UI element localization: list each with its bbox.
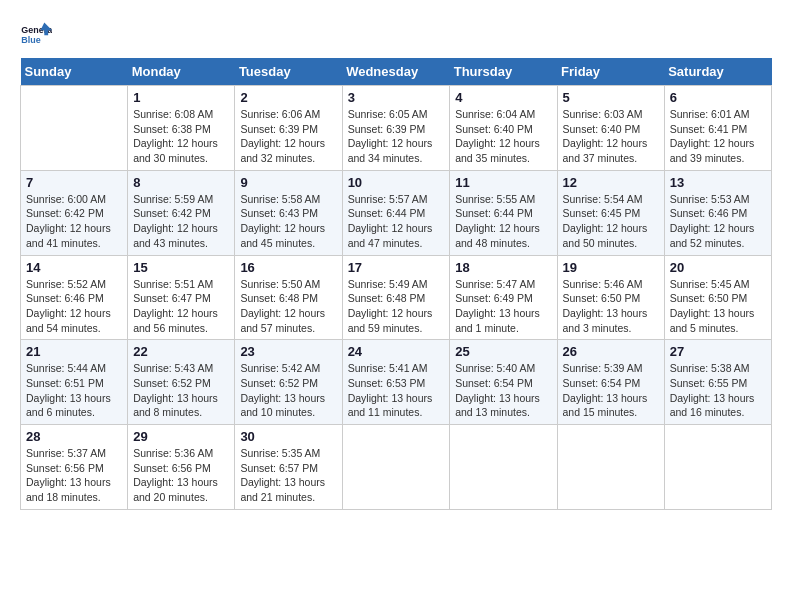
day-info: Sunrise: 5:37 AM Sunset: 6:56 PM Dayligh… — [26, 446, 122, 505]
day-number: 22 — [133, 344, 229, 359]
calendar-cell: 10Sunrise: 5:57 AM Sunset: 6:44 PM Dayli… — [342, 170, 450, 255]
day-info: Sunrise: 5:58 AM Sunset: 6:43 PM Dayligh… — [240, 192, 336, 251]
day-info: Sunrise: 5:54 AM Sunset: 6:45 PM Dayligh… — [563, 192, 659, 251]
day-number: 25 — [455, 344, 551, 359]
calendar-cell: 5Sunrise: 6:03 AM Sunset: 6:40 PM Daylig… — [557, 86, 664, 171]
day-number: 15 — [133, 260, 229, 275]
day-info: Sunrise: 5:50 AM Sunset: 6:48 PM Dayligh… — [240, 277, 336, 336]
calendar-cell: 28Sunrise: 5:37 AM Sunset: 6:56 PM Dayli… — [21, 425, 128, 510]
calendar-header-row: SundayMondayTuesdayWednesdayThursdayFrid… — [21, 58, 772, 86]
day-number: 6 — [670, 90, 766, 105]
calendar-cell: 23Sunrise: 5:42 AM Sunset: 6:52 PM Dayli… — [235, 340, 342, 425]
calendar-cell: 6Sunrise: 6:01 AM Sunset: 6:41 PM Daylig… — [664, 86, 771, 171]
day-number: 24 — [348, 344, 445, 359]
day-number: 29 — [133, 429, 229, 444]
svg-text:Blue: Blue — [21, 35, 40, 45]
day-info: Sunrise: 5:38 AM Sunset: 6:55 PM Dayligh… — [670, 361, 766, 420]
calendar-cell — [664, 425, 771, 510]
calendar-cell: 30Sunrise: 5:35 AM Sunset: 6:57 PM Dayli… — [235, 425, 342, 510]
calendar-cell: 19Sunrise: 5:46 AM Sunset: 6:50 PM Dayli… — [557, 255, 664, 340]
calendar-cell: 1Sunrise: 6:08 AM Sunset: 6:38 PM Daylig… — [128, 86, 235, 171]
day-info: Sunrise: 5:43 AM Sunset: 6:52 PM Dayligh… — [133, 361, 229, 420]
day-number: 4 — [455, 90, 551, 105]
calendar-cell: 22Sunrise: 5:43 AM Sunset: 6:52 PM Dayli… — [128, 340, 235, 425]
weekday-header: Monday — [128, 58, 235, 86]
day-info: Sunrise: 5:49 AM Sunset: 6:48 PM Dayligh… — [348, 277, 445, 336]
day-info: Sunrise: 5:36 AM Sunset: 6:56 PM Dayligh… — [133, 446, 229, 505]
day-info: Sunrise: 5:46 AM Sunset: 6:50 PM Dayligh… — [563, 277, 659, 336]
weekday-header: Tuesday — [235, 58, 342, 86]
day-info: Sunrise: 5:42 AM Sunset: 6:52 PM Dayligh… — [240, 361, 336, 420]
calendar-cell: 8Sunrise: 5:59 AM Sunset: 6:42 PM Daylig… — [128, 170, 235, 255]
day-info: Sunrise: 5:39 AM Sunset: 6:54 PM Dayligh… — [563, 361, 659, 420]
day-info: Sunrise: 5:59 AM Sunset: 6:42 PM Dayligh… — [133, 192, 229, 251]
calendar-cell: 20Sunrise: 5:45 AM Sunset: 6:50 PM Dayli… — [664, 255, 771, 340]
calendar-cell: 4Sunrise: 6:04 AM Sunset: 6:40 PM Daylig… — [450, 86, 557, 171]
day-number: 3 — [348, 90, 445, 105]
calendar-cell: 14Sunrise: 5:52 AM Sunset: 6:46 PM Dayli… — [21, 255, 128, 340]
day-info: Sunrise: 6:04 AM Sunset: 6:40 PM Dayligh… — [455, 107, 551, 166]
day-number: 1 — [133, 90, 229, 105]
calendar-cell: 25Sunrise: 5:40 AM Sunset: 6:54 PM Dayli… — [450, 340, 557, 425]
weekday-header: Sunday — [21, 58, 128, 86]
calendar-cell: 9Sunrise: 5:58 AM Sunset: 6:43 PM Daylig… — [235, 170, 342, 255]
day-info: Sunrise: 6:01 AM Sunset: 6:41 PM Dayligh… — [670, 107, 766, 166]
calendar-week-row: 7Sunrise: 6:00 AM Sunset: 6:42 PM Daylig… — [21, 170, 772, 255]
calendar-cell: 3Sunrise: 6:05 AM Sunset: 6:39 PM Daylig… — [342, 86, 450, 171]
calendar-week-row: 21Sunrise: 5:44 AM Sunset: 6:51 PM Dayli… — [21, 340, 772, 425]
calendar-cell: 7Sunrise: 6:00 AM Sunset: 6:42 PM Daylig… — [21, 170, 128, 255]
day-info: Sunrise: 6:03 AM Sunset: 6:40 PM Dayligh… — [563, 107, 659, 166]
day-number: 13 — [670, 175, 766, 190]
calendar-cell — [557, 425, 664, 510]
day-number: 27 — [670, 344, 766, 359]
calendar-cell: 26Sunrise: 5:39 AM Sunset: 6:54 PM Dayli… — [557, 340, 664, 425]
day-number: 2 — [240, 90, 336, 105]
calendar-week-row: 28Sunrise: 5:37 AM Sunset: 6:56 PM Dayli… — [21, 425, 772, 510]
calendar-table: SundayMondayTuesdayWednesdayThursdayFrid… — [20, 58, 772, 510]
day-info: Sunrise: 6:08 AM Sunset: 6:38 PM Dayligh… — [133, 107, 229, 166]
day-info: Sunrise: 5:57 AM Sunset: 6:44 PM Dayligh… — [348, 192, 445, 251]
day-info: Sunrise: 5:52 AM Sunset: 6:46 PM Dayligh… — [26, 277, 122, 336]
calendar-cell: 15Sunrise: 5:51 AM Sunset: 6:47 PM Dayli… — [128, 255, 235, 340]
calendar-week-row: 1Sunrise: 6:08 AM Sunset: 6:38 PM Daylig… — [21, 86, 772, 171]
logo: General Blue — [20, 20, 56, 48]
calendar-cell: 2Sunrise: 6:06 AM Sunset: 6:39 PM Daylig… — [235, 86, 342, 171]
day-number: 26 — [563, 344, 659, 359]
day-number: 8 — [133, 175, 229, 190]
logo-icon: General Blue — [20, 20, 52, 48]
calendar-cell: 29Sunrise: 5:36 AM Sunset: 6:56 PM Dayli… — [128, 425, 235, 510]
day-number: 30 — [240, 429, 336, 444]
weekday-header: Thursday — [450, 58, 557, 86]
day-info: Sunrise: 5:40 AM Sunset: 6:54 PM Dayligh… — [455, 361, 551, 420]
weekday-header: Saturday — [664, 58, 771, 86]
day-info: Sunrise: 5:41 AM Sunset: 6:53 PM Dayligh… — [348, 361, 445, 420]
day-number: 19 — [563, 260, 659, 275]
calendar-week-row: 14Sunrise: 5:52 AM Sunset: 6:46 PM Dayli… — [21, 255, 772, 340]
weekday-header: Friday — [557, 58, 664, 86]
calendar-cell: 16Sunrise: 5:50 AM Sunset: 6:48 PM Dayli… — [235, 255, 342, 340]
day-info: Sunrise: 5:55 AM Sunset: 6:44 PM Dayligh… — [455, 192, 551, 251]
day-number: 23 — [240, 344, 336, 359]
day-number: 20 — [670, 260, 766, 275]
day-number: 18 — [455, 260, 551, 275]
day-info: Sunrise: 5:35 AM Sunset: 6:57 PM Dayligh… — [240, 446, 336, 505]
calendar-cell: 27Sunrise: 5:38 AM Sunset: 6:55 PM Dayli… — [664, 340, 771, 425]
calendar-cell: 24Sunrise: 5:41 AM Sunset: 6:53 PM Dayli… — [342, 340, 450, 425]
day-number: 10 — [348, 175, 445, 190]
day-number: 7 — [26, 175, 122, 190]
day-number: 17 — [348, 260, 445, 275]
day-info: Sunrise: 5:45 AM Sunset: 6:50 PM Dayligh… — [670, 277, 766, 336]
day-info: Sunrise: 6:05 AM Sunset: 6:39 PM Dayligh… — [348, 107, 445, 166]
calendar-cell — [21, 86, 128, 171]
calendar-cell: 18Sunrise: 5:47 AM Sunset: 6:49 PM Dayli… — [450, 255, 557, 340]
day-info: Sunrise: 5:47 AM Sunset: 6:49 PM Dayligh… — [455, 277, 551, 336]
calendar-cell: 21Sunrise: 5:44 AM Sunset: 6:51 PM Dayli… — [21, 340, 128, 425]
day-number: 16 — [240, 260, 336, 275]
day-info: Sunrise: 6:06 AM Sunset: 6:39 PM Dayligh… — [240, 107, 336, 166]
calendar-cell: 12Sunrise: 5:54 AM Sunset: 6:45 PM Dayli… — [557, 170, 664, 255]
day-info: Sunrise: 5:53 AM Sunset: 6:46 PM Dayligh… — [670, 192, 766, 251]
day-info: Sunrise: 5:51 AM Sunset: 6:47 PM Dayligh… — [133, 277, 229, 336]
day-number: 11 — [455, 175, 551, 190]
day-number: 9 — [240, 175, 336, 190]
day-number: 12 — [563, 175, 659, 190]
